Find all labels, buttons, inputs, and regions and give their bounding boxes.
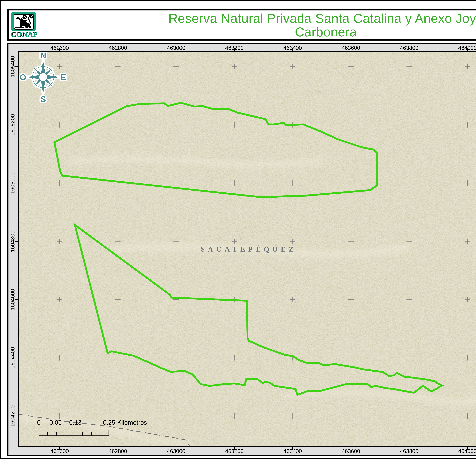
svg-text:1605000: 1605000 xyxy=(9,172,16,194)
svg-text:1604600: 1604600 xyxy=(9,289,16,310)
svg-text:1604400: 1604400 xyxy=(9,347,16,369)
svg-text:1604800: 1604800 xyxy=(9,231,16,252)
svg-text:464000: 464000 xyxy=(458,45,476,51)
svg-text:464000: 464000 xyxy=(458,448,476,454)
svg-text:1605200: 1605200 xyxy=(9,114,16,136)
svg-text:1605400: 1605400 xyxy=(9,56,16,77)
svg-text:1604200: 1604200 xyxy=(9,405,16,427)
